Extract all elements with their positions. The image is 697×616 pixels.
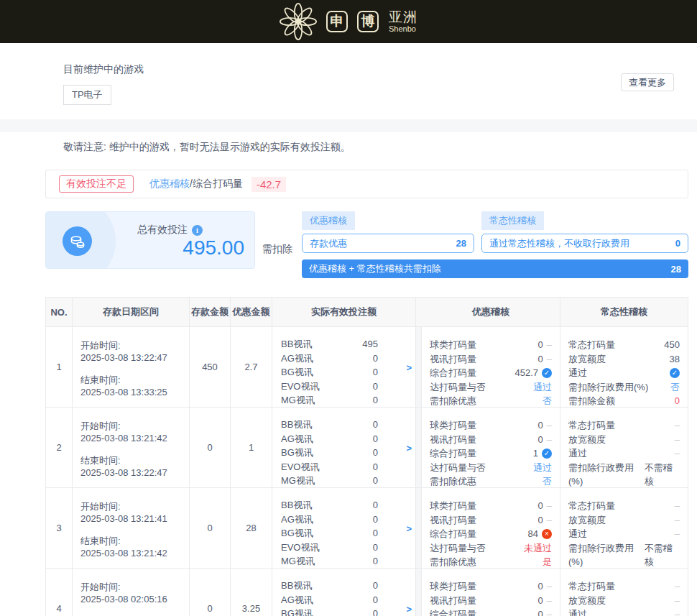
bonus-amount: 1 <box>231 408 272 487</box>
bet-game-value: 0 <box>373 393 378 407</box>
deposit-period-cell: 开始时间:2025-03-08 02:05:16结束时间:2025-03-08 … <box>73 569 190 616</box>
audit-line-label: 需扣除优惠 <box>430 394 476 407</box>
deposit-audit-table: NO. 存款日期区间 存款金额 优惠金额 实际有效投注额 优惠稽核 常态性稽核 … <box>45 297 688 616</box>
audit-line-label: 视讯打码量 <box>430 352 476 367</box>
deposit-period-cell: 开始时间:2025-03-08 13:21:41结束时间:2025-03-08 … <box>73 488 190 568</box>
audit-line-value: 0 <box>538 607 543 616</box>
table-body: 1开始时间:2025-03-08 13:22:47结束时间:2025-03-08… <box>46 326 688 616</box>
date-spacer <box>80 364 182 374</box>
bet-game-name: BB视讯 <box>281 418 312 432</box>
promo-audit-tab[interactable]: 优惠稽核 <box>302 211 355 230</box>
normal-audit-field-label: 通过常态性稽核，不收取行政费用 <box>489 237 629 250</box>
expand-icon[interactable]: > <box>406 523 412 533</box>
date-line: 开始时间: <box>80 339 182 351</box>
audit-line-value: 否 <box>670 380 680 395</box>
bet-line: MG视讯0 <box>281 554 378 568</box>
expand-icon[interactable]: > <box>406 442 412 453</box>
maintenance-notice: 敬请注意: 维护中的游戏，暂时无法显示游戏的实际有效投注额。 <box>0 132 697 154</box>
status-path-label: /综合打码量 <box>190 178 243 190</box>
audit-line-label: 球类打码量 <box>430 579 476 594</box>
audit-line-value: 否 <box>543 394 552 407</box>
expand-icon[interactable]: > <box>406 603 412 614</box>
audit-line: 常态打码量– <box>568 579 680 594</box>
header-normal-audit: 常态性稽核 <box>560 298 688 326</box>
bet-line: EVO视讯0 <box>281 460 378 474</box>
audit-line-label: 球类打码量 <box>430 338 476 352</box>
date-spacer <box>80 444 182 454</box>
row-number: 3 <box>46 488 73 568</box>
audit-line: 放宽额度– <box>568 594 680 608</box>
normal-audit-cell: 常态打码量–放宽额度–通过–需扣除行政费用(%)不需稽核需扣除金额0 <box>560 488 688 568</box>
bet-game-value: 0 <box>373 446 378 460</box>
date-line: 结束时间: <box>80 535 182 547</box>
audit-line-label: 通过 <box>568 527 587 541</box>
audit-line-label: 达打码量与否 <box>430 461 486 475</box>
column-gap <box>416 488 422 568</box>
audit-line: 视讯打码量0– <box>430 352 552 367</box>
audit-line-value: – <box>675 446 680 461</box>
bet-game-value: 0 <box>373 593 378 607</box>
info-icon[interactable]: i <box>192 225 203 236</box>
audit-line: 需扣除优惠是 <box>430 555 552 568</box>
date-spacer <box>80 605 182 615</box>
promo-audit-link[interactable]: 优惠稽核 <box>149 178 190 190</box>
audit-line: 放宽额度– <box>568 513 680 528</box>
audit-line-value: 0 <box>538 579 543 594</box>
expand-icon[interactable]: > <box>406 362 412 372</box>
normal-audit-field[interactable]: 通过常态性稽核，不收取行政费用 0 <box>481 234 688 253</box>
normal-audit-tab[interactable]: 常态性稽核 <box>481 211 544 230</box>
bonus-amount: 28 <box>231 488 272 568</box>
audit-line-value: 是 <box>543 555 552 568</box>
audit-line: 常态打码量– <box>568 418 680 433</box>
bet-line: EVO视讯0 <box>281 541 378 555</box>
bet-line: AG视讯0 <box>281 593 378 607</box>
coins-icon <box>63 226 92 256</box>
status-value: -42.7 <box>251 177 286 192</box>
bet-game-value: 0 <box>373 541 378 555</box>
audit-line-label: 球类打码量 <box>430 499 476 513</box>
valid-bets-cell: BB视讯0AG视讯0BG视讯0EVO视讯0MG视讯0> <box>272 569 416 616</box>
header-deposit-amount: 存款金额 <box>190 298 231 326</box>
audit-line: 需扣除优惠否 <box>430 394 552 407</box>
bet-line: MG视讯0 <box>281 474 378 487</box>
audit-line-value: 0 <box>538 418 543 433</box>
date-line: 2025-03-08 13:22:47 <box>80 466 182 479</box>
check-icon: ✓ <box>542 449 552 459</box>
total-deduct-value: 28 <box>671 264 681 275</box>
date-line: 2025-03-08 13:21:41 <box>80 512 182 525</box>
view-more-button[interactable]: 查看更多 <box>621 73 674 91</box>
audit-line-label: 达打码量与否 <box>430 380 486 395</box>
audit-line-label: 视讯打码量 <box>430 594 476 608</box>
audit-line-label: 常态打码量 <box>568 418 615 433</box>
deposit-amount: 0 <box>190 569 231 616</box>
promo-audit-cell: 球类打码量0–视讯打码量0–综合打码量452.7✓达打码量与否通过需扣除优惠否 <box>422 327 560 407</box>
logo-char-bo: 博 <box>357 11 379 32</box>
bet-game-name: MG视讯 <box>281 474 315 487</box>
audit-line: 需扣除行政费用(%)否 <box>568 380 680 395</box>
bonus-amount: 2.7 <box>231 327 272 407</box>
bet-game-value: 0 <box>373 526 378 541</box>
bonus-amount: 3.25 <box>231 569 272 616</box>
promo-audit-field[interactable]: 存款优惠 28 <box>302 234 474 253</box>
audit-line: 通过– <box>568 446 680 461</box>
audit-line-label: 通过 <box>568 366 587 380</box>
audit-line-value: 不需稽核 <box>645 461 680 488</box>
total-deduct-label: 优惠稽核 + 常态性稽核共需扣除 <box>309 262 441 275</box>
total-bet-value: 495.00 <box>183 236 244 259</box>
bet-game-name: EVO视讯 <box>281 460 319 474</box>
column-gap <box>416 327 422 407</box>
audit-line-value: 452.7 <box>514 366 538 380</box>
header-gap <box>416 298 422 326</box>
audit-line: 需扣除金额0 <box>568 394 680 407</box>
promo-audit-cell: 球类打码量0–视讯打码量0–综合打码量84×达打码量与否未通过需扣除优惠是 <box>422 488 560 568</box>
bet-game-name: AG视讯 <box>281 432 313 446</box>
audit-line-label: 常态打码量 <box>568 579 615 594</box>
bet-game-name: BG视讯 <box>281 526 313 541</box>
bet-game-value: 0 <box>373 554 378 568</box>
dash-icon: – <box>547 607 552 616</box>
header-promo-audit: 优惠稽核 <box>422 298 560 326</box>
app-header: 申 博 亚洲 Shenbo <box>0 0 697 43</box>
check-icon: ✓ <box>542 368 552 378</box>
audit-line-value: – <box>675 433 680 447</box>
audit-line-label: 综合打码量 <box>430 527 476 541</box>
